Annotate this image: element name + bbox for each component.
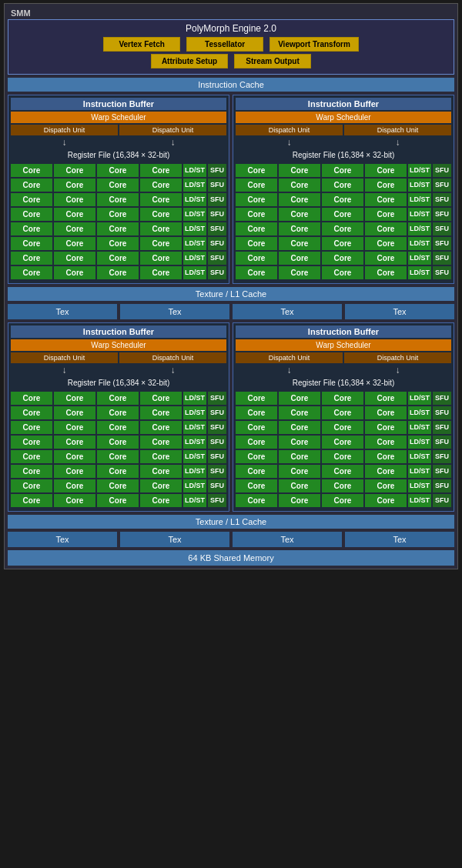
bottom-left-dispatch-unit-1: Dispatch Unit <box>11 352 118 363</box>
core-cell: Core <box>54 266 95 279</box>
sfu-cell: SFU <box>208 208 226 221</box>
ldst-cell: LD/ST <box>183 392 206 405</box>
core-cell: Core <box>140 237 182 250</box>
core-cell: Core <box>97 266 139 279</box>
core-cell: Core <box>236 237 277 250</box>
core-cell: Core <box>365 164 407 177</box>
ldst-cell: LD/ST <box>408 392 431 405</box>
core-cell: Core <box>322 208 363 221</box>
core-cell: Core <box>279 450 320 463</box>
core-cell: Core <box>322 193 363 206</box>
ldst-cell: LD/ST <box>408 494 431 507</box>
tessellator: Tessellator <box>186 37 263 52</box>
core-cell: Core <box>279 222 320 235</box>
core-cell: Core <box>11 406 52 419</box>
core-cell: Core <box>236 436 277 449</box>
smm-container: SMM PolyMorph Engine 2.0 Vertex Fetch Te… <box>4 3 458 569</box>
ldst-cell: LD/ST <box>408 164 431 177</box>
sfu-cell: SFU <box>208 222 226 235</box>
top-right-arrow-2: ↓ <box>344 137 451 148</box>
ldst-cell: LD/ST <box>408 193 431 206</box>
core-cell: Core <box>140 252 182 265</box>
sfu-cell: SFU <box>208 494 226 507</box>
core-cell: Core <box>236 266 277 279</box>
ldst-cell: LD/ST <box>408 237 431 250</box>
core-cell: Core <box>11 450 52 463</box>
core-cell: Core <box>322 406 363 419</box>
core-cell: Core <box>236 208 277 221</box>
core-cell: Core <box>11 494 52 507</box>
core-cell: Core <box>97 193 139 206</box>
bottom-left-warp-scheduler: Warp Scheduler <box>11 339 226 351</box>
sfu-cell: SFU <box>208 237 226 250</box>
core-cell: Core <box>279 421 320 434</box>
core-cell: Core <box>236 252 277 265</box>
core-cell: Core <box>140 406 182 419</box>
core-cell: Core <box>140 421 182 434</box>
core-cell: Core <box>140 179 182 192</box>
bottom-right-warp-scheduler: Warp Scheduler <box>236 339 451 351</box>
sfu-cell: SFU <box>433 237 451 250</box>
core-cell: Core <box>365 465 407 478</box>
ldst-cell: LD/ST <box>408 479 431 492</box>
core-cell: Core <box>279 252 320 265</box>
attribute-setup: Attribute Setup <box>151 54 228 68</box>
core-cell: Core <box>97 421 139 434</box>
sfu-cell: SFU <box>433 450 451 463</box>
tex-box-2: Tex <box>120 304 229 319</box>
core-cell: Core <box>11 222 52 235</box>
core-cell: Core <box>54 222 95 235</box>
core-cell: Core <box>322 494 363 507</box>
instruction-cache-bar: Instruction Cache <box>8 78 454 92</box>
bottom-right-dispatch-row: Dispatch Unit Dispatch Unit <box>236 352 451 363</box>
tex-box-7: Tex <box>233 532 342 547</box>
ldst-cell: LD/ST <box>183 222 206 235</box>
core-cell: Core <box>54 494 95 507</box>
sfu-cell: SFU <box>433 164 451 177</box>
ldst-cell: LD/ST <box>183 179 206 192</box>
ldst-cell: LD/ST <box>183 436 206 449</box>
core-cell: Core <box>54 237 95 250</box>
core-cell: Core <box>54 406 95 419</box>
top-right-warp-scheduler: Warp Scheduler <box>236 112 451 123</box>
ldst-cell: LD/ST <box>183 252 206 265</box>
sfu-cell: SFU <box>433 494 451 507</box>
ldst-cell: LD/ST <box>408 421 431 434</box>
core-cell: Core <box>322 465 363 478</box>
core-cell: Core <box>365 208 407 221</box>
top-right-dispatch-unit-1: Dispatch Unit <box>236 125 343 135</box>
ldst-cell: LD/ST <box>183 494 206 507</box>
top-left-register-file: Register File (16,384 × 32-bit) <box>11 149 226 161</box>
sfu-cell: SFU <box>208 252 226 265</box>
core-cell: Core <box>97 479 139 492</box>
sfu-cell: SFU <box>208 392 226 405</box>
pm-row1: Vertex Fetch Tessellator Viewport Transf… <box>12 37 450 52</box>
polymorph-engine: PolyMorph Engine 2.0 Vertex Fetch Tessel… <box>8 19 454 75</box>
bottom-right-core-grid: Core Core Core Core LD/ST SFU Core Core … <box>236 392 451 507</box>
top-left-core-grid: Core Core Core Core LD/ST SFU Core Core … <box>11 164 226 279</box>
core-cell: Core <box>54 465 95 478</box>
bottom-left-instruction-buffer: Instruction Buffer <box>11 326 226 338</box>
bottom-tex-row: Tex Tex Tex Tex <box>8 532 454 547</box>
core-cell: Core <box>365 392 407 405</box>
sfu-cell: SFU <box>433 436 451 449</box>
core-cell: Core <box>279 479 320 492</box>
sfu-cell: SFU <box>433 208 451 221</box>
core-cell: Core <box>236 479 277 492</box>
shared-memory-bar: 64 KB Shared Memory <box>8 550 454 566</box>
core-cell: Core <box>279 179 320 192</box>
core-cell: Core <box>11 421 52 434</box>
core-cell: Core <box>279 266 320 279</box>
core-cell: Core <box>54 421 95 434</box>
core-cell: Core <box>97 208 139 221</box>
sfu-cell: SFU <box>208 193 226 206</box>
core-cell: Core <box>236 421 277 434</box>
ldst-cell: LD/ST <box>183 479 206 492</box>
top-texture-cache-bar: Texture / L1 Cache <box>8 287 454 301</box>
bottom-right-instruction-buffer: Instruction Buffer <box>236 326 451 338</box>
sfu-cell: SFU <box>433 179 451 192</box>
bottom-left-dispatch-row: Dispatch Unit Dispatch Unit <box>11 352 226 363</box>
sfu-cell: SFU <box>208 179 226 192</box>
bottom-left-arrow-row: ↓ ↓ <box>11 365 226 376</box>
bottom-right-register-file: Register File (16,384 × 32-bit) <box>236 377 451 389</box>
